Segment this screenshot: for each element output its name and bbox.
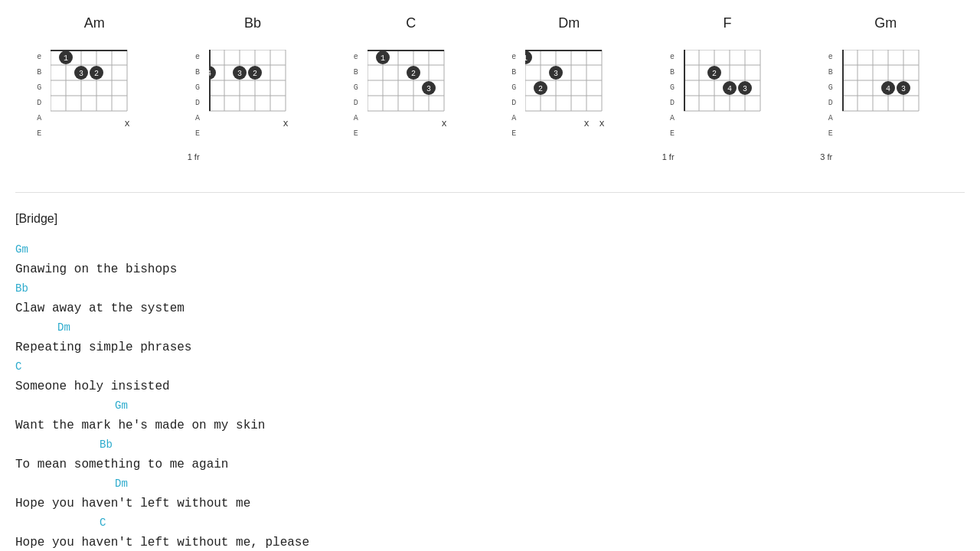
lyric-someone: Someone holy insisted [15, 377, 965, 397]
svg-text:4: 4 [727, 85, 732, 93]
chord-dm-svg: 1 3 2 x x [525, 50, 625, 145]
chord-gm-svg: 4 3 [842, 50, 942, 145]
chord-f-fret: 1 fr [648, 152, 807, 161]
svg-text:2: 2 [411, 70, 416, 78]
chord-bb-2: Bb [100, 436, 965, 455]
lyric-claw: Claw away at the system [15, 298, 965, 319]
chord-dm-1: Dm [57, 319, 965, 337]
svg-text:1: 1 [381, 54, 385, 63]
chord-c-name: C [406, 15, 416, 31]
chord-gm: Gm eBGDAE 4 [806, 15, 965, 161]
svg-text:2: 2 [253, 70, 257, 78]
lyric-repeating: Repeating simple phrases [15, 337, 965, 358]
svg-text:2: 2 [712, 70, 717, 78]
svg-text:x: x [283, 119, 288, 129]
svg-text:1: 1 [64, 54, 68, 63]
divider [15, 192, 965, 193]
chord-bb: Bb eBGDAE 4 [174, 15, 332, 161]
lyric-tomean: To mean something to me again [15, 455, 965, 475]
svg-rect-111 [842, 50, 844, 111]
lyric-hope1: Hope you haven't left without me [15, 494, 965, 514]
svg-text:x: x [441, 119, 446, 129]
chord-bb-fret: 1 fr [174, 152, 332, 161]
svg-rect-32 [209, 50, 211, 111]
chord-gm-1: Gm [15, 241, 965, 259]
svg-text:x: x [599, 119, 605, 129]
lyric-gnawing: Gnawing on the bishops [15, 259, 965, 280]
chord-c-svg: 1 2 3 x [368, 50, 467, 145]
svg-text:x: x [584, 119, 590, 129]
chord-f-name: F [724, 15, 732, 31]
chord-f-svg: 2 4 3 [684, 50, 783, 145]
chords-row: Am eBGDAE [15, 8, 965, 169]
chord-c-1: C [15, 358, 965, 377]
svg-text:3: 3 [901, 85, 906, 93]
lyrics-section: [Bridge] Gm Gnawing on the bishops Bb Cl… [15, 208, 965, 551]
section-label: [Bridge] [15, 208, 965, 229]
chord-gm-2: Gm [115, 397, 965, 416]
lyric-hope2: Hope you haven't left without me, please [15, 533, 965, 551]
svg-text:1: 1 [525, 54, 528, 63]
chord-bb-svg: 4 3 2 x [209, 50, 309, 145]
svg-text:x: x [125, 119, 130, 129]
svg-text:4: 4 [886, 85, 890, 93]
chord-f: F eBGDAE 2 [648, 15, 807, 161]
chord-am-name: Am [84, 15, 105, 31]
chord-gm-name: Gm [874, 15, 897, 31]
chord-c: C eBGDAE [332, 15, 490, 161]
svg-text:2: 2 [94, 70, 99, 78]
svg-text:3: 3 [237, 70, 242, 78]
svg-rect-93 [684, 50, 685, 111]
chord-am: Am eBGDAE [15, 15, 174, 161]
chord-am-svg: 1 3 2 x [51, 50, 150, 145]
chord-c-2: C [100, 514, 965, 533]
chord-dm-name: Dm [558, 15, 580, 31]
svg-text:2: 2 [538, 85, 543, 93]
svg-text:3: 3 [743, 85, 747, 93]
lyric-want: Want the mark he's made on my skin [15, 416, 965, 436]
chord-bb-name: Bb [244, 15, 261, 31]
chord-dm-2: Dm [115, 475, 965, 494]
svg-text:4: 4 [209, 70, 211, 78]
svg-text:3: 3 [426, 85, 431, 93]
svg-text:3: 3 [79, 70, 83, 78]
chord-gm-fret: 3 fr [806, 152, 965, 161]
svg-text:3: 3 [554, 70, 558, 78]
chord-dm: Dm eBGDAE 1 [490, 15, 648, 161]
chord-bb-1: Bb [15, 280, 965, 298]
